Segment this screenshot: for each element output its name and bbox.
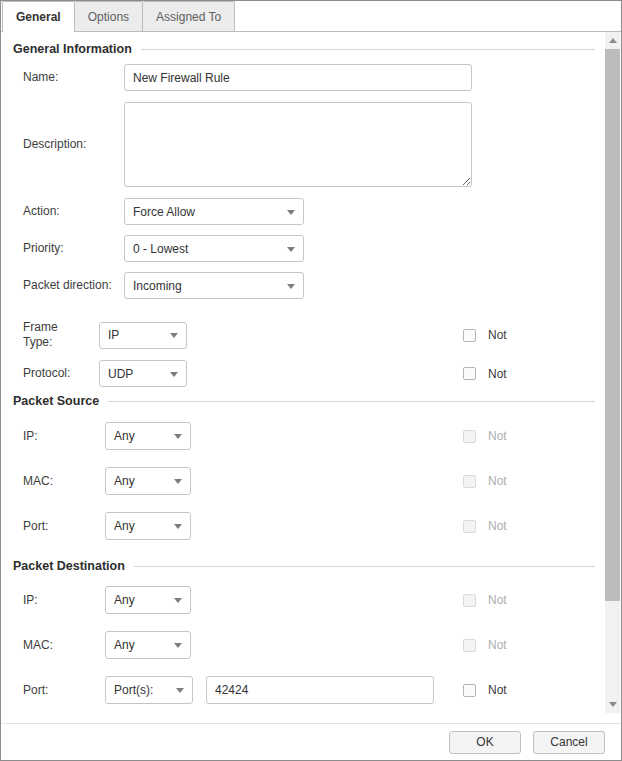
frame-type-select[interactable]: IP	[99, 322, 187, 349]
source-mac-row: MAC: Any Not	[13, 467, 595, 495]
priority-selected-value: 0 - Lowest	[133, 242, 188, 256]
chevron-down-icon	[287, 284, 295, 289]
source-ip-selected-value: Any	[114, 429, 135, 443]
destination-mac-select[interactable]: Any	[105, 631, 191, 659]
source-mac-not-group: Not	[463, 474, 507, 488]
tab-options[interactable]: Options	[75, 1, 143, 31]
frame-type-not-checkbox[interactable]	[463, 329, 476, 342]
name-label: Name:	[23, 70, 114, 85]
destination-port-not-group: Not	[463, 683, 507, 697]
protocol-row: Protocol: UDP Not	[13, 360, 595, 387]
packet-direction-selected-value: Incoming	[133, 279, 182, 293]
source-port-select[interactable]: Any	[105, 512, 191, 540]
vertical-scrollbar[interactable]	[605, 32, 620, 713]
tab-assigned-to[interactable]: Assigned To	[143, 1, 235, 31]
destination-mac-label: MAC:	[23, 638, 83, 653]
packet-direction-row: Packet direction: Incoming	[13, 272, 595, 299]
action-label: Action:	[23, 204, 114, 219]
chevron-down-icon	[174, 524, 182, 529]
description-textarea[interactable]	[124, 102, 472, 187]
section-general-information: General Information	[13, 40, 595, 58]
tab-bar: General Options Assigned To	[1, 1, 621, 32]
chevron-down-icon	[287, 210, 295, 215]
tab-options-label: Options	[88, 10, 129, 24]
source-ip-not-checkbox	[463, 430, 476, 443]
scroll-down-icon	[609, 702, 617, 707]
tab-general[interactable]: General	[2, 1, 75, 31]
packet-direction-label: Packet direction:	[23, 278, 114, 293]
destination-port-not-checkbox[interactable]	[463, 684, 476, 697]
protocol-not-checkbox[interactable]	[463, 367, 476, 380]
destination-ip-select[interactable]: Any	[105, 586, 191, 614]
ok-button[interactable]: OK	[449, 731, 521, 754]
name-input[interactable]	[124, 64, 472, 91]
description-label: Description:	[23, 137, 114, 152]
section-divider	[134, 566, 595, 567]
firewall-rule-dialog: General Options Assigned To General Info…	[0, 0, 622, 761]
source-ip-row: IP: Any Not	[13, 422, 595, 450]
protocol-select[interactable]: UDP	[99, 360, 187, 387]
frame-type-selected-value: IP	[108, 328, 119, 342]
tab-assigned-to-label: Assigned To	[156, 10, 221, 24]
destination-ip-row: IP: Any Not	[13, 586, 595, 614]
protocol-not-group: Not	[463, 367, 507, 381]
scroll-down-button[interactable]	[605, 696, 620, 713]
destination-port-not-label: Not	[488, 683, 507, 697]
section-packet-destination: Packet Destination	[13, 557, 595, 575]
chevron-down-icon	[174, 598, 182, 603]
destination-port-selected-value: Port(s):	[114, 683, 153, 697]
source-port-row: Port: Any Not	[13, 512, 595, 540]
name-row: Name:	[13, 64, 595, 91]
destination-port-label: Port:	[23, 683, 83, 698]
scrollbar-thumb[interactable]	[605, 49, 620, 601]
action-row: Action: Force Allow	[13, 198, 595, 225]
chevron-down-icon	[174, 434, 182, 439]
protocol-selected-value: UDP	[108, 367, 133, 381]
scroll-up-icon	[609, 38, 617, 43]
protocol-label: Protocol:	[23, 366, 83, 381]
protocol-not-label: Not	[488, 367, 507, 381]
destination-port-input[interactable]	[206, 676, 434, 704]
source-port-label: Port:	[23, 519, 83, 534]
chevron-down-icon	[287, 247, 295, 252]
source-ip-select[interactable]: Any	[105, 422, 191, 450]
action-selected-value: Force Allow	[133, 205, 195, 219]
destination-ip-not-checkbox	[463, 594, 476, 607]
priority-select[interactable]: 0 - Lowest	[124, 235, 304, 262]
source-port-not-label: Not	[488, 519, 507, 533]
source-port-selected-value: Any	[114, 519, 135, 533]
destination-mac-not-label: Not	[488, 638, 507, 652]
source-mac-select[interactable]: Any	[105, 467, 191, 495]
packet-direction-select[interactable]: Incoming	[124, 272, 304, 299]
destination-port-select[interactable]: Port(s):	[105, 676, 193, 704]
source-ip-not-group: Not	[463, 429, 507, 443]
destination-mac-not-checkbox	[463, 639, 476, 652]
source-ip-label: IP:	[23, 429, 83, 444]
scroll-up-button[interactable]	[605, 32, 620, 49]
source-mac-selected-value: Any	[114, 474, 135, 488]
tab-general-label: General	[16, 10, 61, 24]
chevron-down-icon	[174, 643, 182, 648]
destination-port-row: Port: Port(s): Not	[13, 676, 595, 704]
action-select[interactable]: Force Allow	[124, 198, 304, 225]
section-packet-source: Packet Source	[13, 392, 595, 410]
destination-ip-not-label: Not	[488, 593, 507, 607]
destination-ip-label: IP:	[23, 593, 83, 608]
source-port-not-checkbox	[463, 520, 476, 533]
cancel-button[interactable]: Cancel	[533, 731, 605, 754]
source-mac-not-label: Not	[488, 474, 507, 488]
source-mac-not-checkbox	[463, 475, 476, 488]
destination-mac-row: MAC: Any Not	[13, 631, 595, 659]
chevron-down-icon	[170, 372, 178, 377]
section-divider	[108, 401, 595, 402]
description-row: Description:	[13, 102, 595, 187]
destination-mac-selected-value: Any	[114, 638, 135, 652]
priority-label: Priority:	[23, 241, 114, 256]
section-packet-destination-title: Packet Destination	[13, 559, 125, 573]
destination-ip-not-group: Not	[463, 593, 507, 607]
source-ip-not-label: Not	[488, 429, 507, 443]
frame-type-row: Frame Type: IP Not	[13, 320, 595, 350]
chevron-down-icon	[174, 479, 182, 484]
section-packet-source-title: Packet Source	[13, 394, 99, 408]
source-port-not-group: Not	[463, 519, 507, 533]
